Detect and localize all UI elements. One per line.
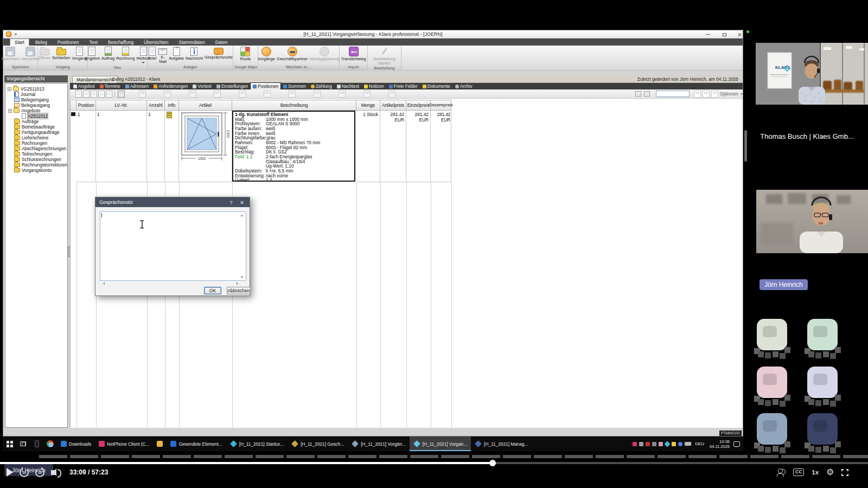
taskbar-item-downloads[interactable]: Downloads	[57, 436, 95, 451]
tab-archiv[interactable]: Archiv	[453, 83, 475, 89]
schliessen-button[interactable]: Schließen	[52, 47, 70, 60]
paste-position-icon[interactable]	[98, 91, 105, 98]
element-type-button[interactable]	[314, 91, 321, 98]
playback-speed-button[interactable]: 1x	[812, 469, 819, 476]
element-type-button[interactable]	[189, 91, 196, 98]
copy-position-icon[interactable]	[91, 91, 97, 98]
clear-icon[interactable]	[711, 91, 718, 98]
montageplanung-button[interactable]: Montageplanung	[309, 47, 340, 61]
vorgaenge-button[interactable]: Vorgänge	[258, 47, 275, 61]
fullscreen-button[interactable]	[841, 469, 848, 476]
cell-beschreibung[interactable]: 1-tlg. Kunststoff Element Maß:1000 mm x …	[232, 111, 355, 182]
column-header-artikelpreis[interactable]: Artikelpreis	[380, 100, 406, 111]
preview-icon[interactable]	[644, 91, 650, 97]
tab-mandantenansicht[interactable]: Mandantenansicht	[72, 76, 118, 83]
cell-menge[interactable]: 1 Stück	[356, 111, 380, 182]
cell-info[interactable]	[165, 111, 179, 182]
taskbar-item-geschaeftspartner[interactable]: [H_11_2021] Gesch...	[288, 436, 348, 451]
tab-positionen[interactable]: Positionen	[251, 83, 280, 89]
element-type-button[interactable]	[118, 91, 125, 98]
tray-icon[interactable]	[664, 441, 670, 447]
start-button[interactable]	[3, 436, 16, 451]
audio-description-icon[interactable]	[777, 468, 786, 476]
menu-tab-daten[interactable]: Daten	[211, 38, 232, 46]
tab-adressen[interactable]: Adressen	[123, 83, 151, 89]
geschaeftspartner-button[interactable]: Geschäftspartner	[277, 47, 308, 61]
tab-summen[interactable]: Summen	[281, 83, 308, 89]
menu-tab-beleg[interactable]: Beleg	[31, 38, 52, 46]
taskbar-item-vorgaenge[interactable]: [H_11_2021] Vorgän...	[348, 436, 409, 451]
tree-item-journal[interactable]: Journal	[7, 92, 67, 97]
close-icon[interactable]: ✕	[238, 200, 246, 206]
menu-tab-beschaffung[interactable]: Beschaffung	[104, 38, 138, 46]
forward-10-button[interactable]: 10	[35, 468, 44, 477]
tab-einstellungen[interactable]: Einstellungen	[214, 83, 250, 89]
angebot-button[interactable]: Angebot	[85, 47, 100, 61]
column-header-einzelpreis[interactable]: Einzelpreis	[406, 100, 431, 111]
tray-icon[interactable]	[678, 442, 682, 446]
collapse-icon[interactable]	[8, 87, 11, 91]
column-header-menge[interactable]: Menge	[356, 100, 380, 111]
tray-icon[interactable]	[652, 442, 656, 446]
nachricht-button[interactable]: Nachricht	[186, 47, 203, 61]
language-indicator[interactable]: DEU	[693, 441, 706, 446]
options-dropdown[interactable]: Optionen	[720, 91, 743, 97]
element-type-button[interactable]	[239, 91, 246, 98]
task-view-button[interactable]	[16, 436, 30, 451]
bearbeitung-starten-button[interactable]: Bearbeitung starten	[371, 47, 398, 66]
minimize-button[interactable]	[702, 31, 714, 37]
info-note-icon[interactable]	[167, 112, 172, 118]
tab-dokumente[interactable]: Dokumente	[420, 83, 452, 89]
ok-button[interactable]: OK	[204, 287, 221, 294]
tree-item-vorgangskonto[interactable]: Vorgangskonto	[7, 168, 67, 173]
email-button[interactable]: E-Mail	[158, 47, 167, 64]
transferbeleg-button[interactable]: Transferbeleg	[341, 47, 366, 61]
tray-icon[interactable]	[633, 442, 637, 446]
column-header-info[interactable]: Info	[165, 100, 179, 111]
tree-item-belegeingang[interactable]: Belegeingang	[7, 97, 67, 102]
new-doc-icon[interactable]	[694, 91, 701, 98]
auftrag-button[interactable]: Auftrag	[101, 47, 114, 61]
tree-item-angebote[interactable]: Angebote	[7, 108, 67, 113]
cell-position[interactable]: 1	[76, 111, 96, 182]
tab-notizen[interactable]: Notizen	[362, 83, 386, 89]
tab-zahlung[interactable]: Zahlung	[309, 83, 334, 89]
notification-icon[interactable]	[733, 441, 740, 447]
cell-lvnr[interactable]: 1	[96, 111, 147, 182]
element-type-button[interactable]	[139, 91, 146, 98]
edit-position-icon[interactable]	[83, 91, 90, 98]
dialog-title-bar[interactable]: Gesprächsnotiz ? ✕	[95, 197, 250, 207]
column-header-position[interactable]: Position	[76, 100, 96, 111]
tray-icon[interactable]	[659, 442, 663, 446]
tab-termine[interactable]: Termine	[98, 83, 123, 89]
rewind-10-button[interactable]: 10	[20, 468, 29, 477]
element-type-button[interactable]	[388, 91, 395, 98]
column-header-gesamtpreis[interactable]: Gesamtpreis	[431, 100, 451, 111]
tab-nachtext[interactable]: Nachtext	[335, 83, 361, 89]
collapse-icon[interactable]	[8, 109, 12, 113]
phone-app-button[interactable]	[30, 436, 43, 451]
gespraechsnotiz-button[interactable]: Gesprächsnotiz	[205, 47, 233, 60]
search-input[interactable]	[656, 91, 690, 97]
scroll-up-icon[interactable]	[240, 213, 244, 216]
cell-anzahl[interactable]: 1	[147, 111, 165, 182]
menu-tab-positionen[interactable]: Positionen	[53, 38, 84, 46]
tray-icon[interactable]	[672, 442, 676, 446]
speichern-button[interactable]: Speichern	[1, 47, 20, 61]
brief-button[interactable]: Brief	[148, 47, 157, 61]
close-button[interactable]	[733, 31, 745, 37]
column-header-lvnr[interactable]: LV.-Nr.	[96, 100, 147, 111]
help-icon[interactable]: ?	[227, 200, 235, 206]
column-header-beschreibung[interactable]: Beschreibung	[232, 100, 356, 111]
tray-icon[interactable]	[685, 442, 691, 446]
taskbar-item-netphone[interactable]: NetPhone Client (C...	[95, 436, 153, 451]
column-header-anzahl[interactable]: Anzahl	[147, 100, 165, 111]
menu-tab-stammdaten[interactable]: Stammdaten	[174, 38, 209, 46]
tree-item-root[interactable]: VG2511013	[7, 86, 67, 92]
route-button[interactable]: Route	[240, 47, 251, 61]
progress-bar[interactable]	[0, 462, 868, 464]
element-type-button[interactable]	[164, 91, 171, 98]
cell-einzelpreis[interactable]: 281,42 EUR	[406, 111, 431, 182]
cell-artikelpreis[interactable]: 281,42 EUR	[380, 111, 406, 182]
play-button[interactable]	[7, 468, 13, 477]
